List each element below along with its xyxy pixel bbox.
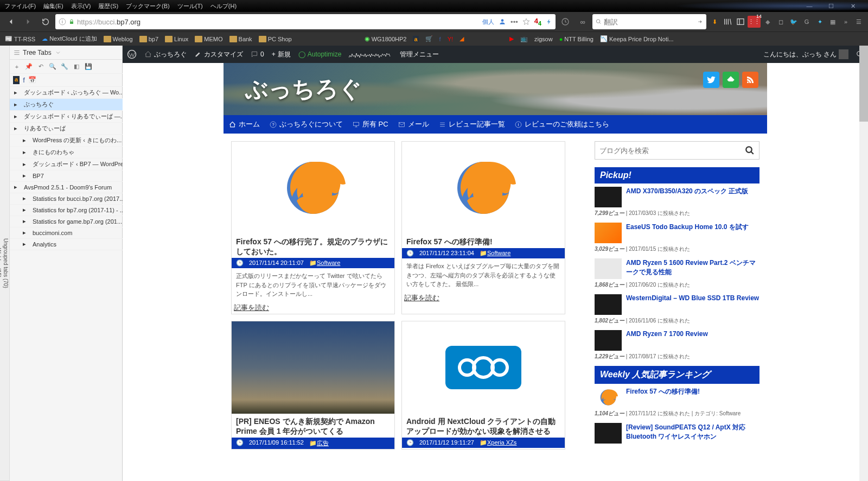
vtab-weblog[interactable]: Weblog (15) — [0, 46, 2, 481]
tree-tab-item[interactable]: ▸ダッシュボード ‹ ぶっちろぐ — Wo... — [10, 87, 132, 99]
feedly-link[interactable] — [723, 72, 739, 88]
tt-save[interactable]: 💾 — [84, 62, 93, 72]
wp-new[interactable]: +新規 — [272, 50, 291, 59]
bookmark-linux-folder[interactable]: Linux — [162, 35, 191, 43]
history-clock-button[interactable] — [558, 14, 573, 29]
ext-ublock-icon[interactable]: ◆ — [762, 16, 774, 28]
tt-sidebar[interactable]: ◧ — [72, 62, 81, 72]
back-button[interactable] — [3, 14, 18, 29]
nav-pc[interactable]: 所有 PC — [353, 119, 388, 129]
article-category[interactable]: Xperia XZs — [487, 439, 516, 446]
bookmark-zigsow[interactable]: zigsow — [532, 35, 556, 43]
bookmark-nttbilling[interactable]: ●NTT Billing — [557, 35, 596, 43]
menu-file[interactable]: ファイル(F) — [4, 2, 36, 10]
chevron-down-icon[interactable] — [55, 49, 61, 56]
wp-greeting[interactable]: こんにちは、ぶっち さん — [763, 49, 848, 59]
menu-help[interactable]: ヘルプ(H) — [210, 2, 237, 10]
scrollbar-thumb[interactable] — [859, 46, 868, 122]
pinned-facebook[interactable]: f — [23, 76, 25, 84]
twitter-link[interactable] — [703, 72, 719, 88]
tree-tab-item[interactable]: ▸buccimoni.com — [10, 227, 132, 239]
tree-tab-item[interactable]: ▸きにものわちゃ — [10, 147, 132, 159]
nav-mail[interactable]: メール — [398, 119, 429, 129]
pickup-item[interactable]: AMD Ryzen 7 1700 Review — [595, 330, 760, 351]
tt-tools[interactable]: 🔧 — [60, 62, 69, 72]
search-go-icon[interactable] — [697, 18, 703, 26]
bookmark-bp7-folder[interactable]: bp7 — [137, 35, 161, 43]
search-icon[interactable] — [745, 145, 755, 155]
ext-generic1-icon[interactable]: ◻ — [775, 16, 787, 28]
menu-tools[interactable]: ツール(T) — [177, 2, 203, 10]
nav-about[interactable]: ?ぶっちろぐについて — [270, 119, 343, 129]
tt-pin[interactable]: 📌 — [24, 62, 34, 72]
tree-tab-item[interactable]: ▸りあるでぃーば — [10, 123, 132, 135]
article-card[interactable]: Firefox 57 への移行準備!🕒2017/11/12 23:11:04📁S… — [401, 141, 565, 314]
article-category[interactable]: Software — [317, 260, 340, 266]
pickup-item[interactable]: AMD Ryzen 5 1600 Review Part.2 ベンチマークで見る… — [595, 258, 760, 279]
sidebar-icon[interactable] — [735, 16, 746, 28]
ext-twitter-icon[interactable]: 🐦 — [788, 16, 800, 28]
tt-search[interactable]: 🔍 — [48, 62, 58, 72]
wp-logo[interactable] — [127, 49, 137, 59]
pickup-item[interactable]: WesternDigital – WD Blue SSD 1TB Review — [595, 294, 760, 315]
url-bar[interactable]: i https:// bucci. bp7.org 個人 ••• 44 — [55, 14, 556, 29]
person-icon[interactable] — [499, 18, 506, 26]
window-minimize-button[interactable]: — — [799, 0, 820, 12]
bookmark-memo-folder[interactable]: MEMO — [192, 35, 225, 43]
star-icon[interactable] — [522, 18, 530, 26]
bookmark-facebook[interactable]: f — [437, 35, 444, 43]
bookmark-keepa[interactable]: 📉Keepa Price Drop Noti... — [597, 34, 676, 43]
nav-infinity-button[interactable]: ∞ — [575, 14, 590, 29]
article-card[interactable]: [PR] ENEOS でんき新規契約で Amazon Prime 会員 1 年分… — [231, 321, 395, 450]
bookmark-red[interactable]: ◢ — [457, 34, 467, 43]
tree-tab-item[interactable]: ▸AvsPmod 2.5.1 - Doom9's Forum — [10, 182, 132, 193]
article-category[interactable]: Software — [487, 250, 510, 256]
bookmark-amazon[interactable]: a — [410, 35, 421, 43]
ext-generic2-icon[interactable]: ✦ — [814, 16, 826, 28]
bookmark-niconico[interactable]: 📺 — [518, 34, 531, 43]
tree-tab-item[interactable]: ▸BP7 — [10, 170, 132, 182]
tree-tab-item[interactable]: ▸WordPress の更新 ‹ きにものわ... — [10, 135, 132, 147]
menu-history[interactable]: 履歴(S) — [98, 2, 118, 10]
bookmark-wg1800[interactable]: ◉WG1800HP2 — [362, 34, 410, 43]
tree-tab-item[interactable]: ▸ダッシュボード ‹ BP7 — WordPress — [10, 159, 132, 170]
pickup-item[interactable]: [Review] SoundPEATS Q12 / AptX 対応 Blueto… — [595, 423, 760, 444]
wp-comments[interactable]: 0 — [251, 50, 264, 58]
overflow-icon[interactable]: » — [840, 16, 852, 28]
tree-tab-item[interactable]: ▸Statistics for game.bp7.org (201... — [10, 216, 132, 227]
window-close-button[interactable]: ✕ — [842, 0, 864, 12]
library-icon[interactable] — [722, 16, 733, 28]
tree-tab-item[interactable]: ▸ダッシュボード ‹ りあるでぃーば —... — [10, 111, 132, 123]
tree-tab-item[interactable]: ▸ぶっちろぐ — [10, 99, 132, 111]
pickup-item[interactable]: Firefox 57 への移行準備! — [595, 387, 760, 408]
article-card[interactable]: Android 用 NextCloud クライアントの自動アップロードが効かない… — [401, 321, 565, 450]
vtab-ungrouped[interactable]: Ungrouped tabs (70) — [2, 46, 9, 481]
nav-home[interactable]: ホーム — [229, 119, 260, 129]
wp-admin-menu[interactable]: 管理メニュー — [400, 50, 439, 59]
viewport-scrollbar[interactable] — [859, 46, 868, 481]
blog-search-input[interactable] — [599, 147, 745, 155]
menu-view[interactable]: 表示(V) — [71, 2, 91, 10]
ext-download-icon[interactable]: ⬇ — [709, 16, 720, 28]
read-more-link[interactable]: 記事を読む — [402, 292, 565, 304]
menu-bookmarks[interactable]: ブックマーク(B) — [126, 2, 170, 10]
tree-tab-item[interactable]: ▸Statistics for bp7.org (2017-11) - ... — [10, 205, 132, 216]
read-more-link[interactable]: 記事を読む — [232, 302, 394, 314]
ext-google-icon[interactable]: G — [801, 16, 813, 28]
pinned-calendar[interactable]: 📅 — [28, 76, 36, 84]
bolt-icon[interactable] — [546, 18, 552, 26]
window-maximize-button[interactable]: ☐ — [820, 0, 842, 12]
ext-red-badge[interactable]: ⋮⋮14 — [748, 16, 761, 28]
rss-link[interactable] — [742, 72, 758, 88]
bookmark-nextcloud[interactable]: ☁NextCloud に追加 — [39, 34, 99, 44]
reload-button[interactable] — [38, 14, 53, 29]
bookmark-yahoo[interactable]: Y! — [445, 35, 456, 43]
tree-tab-item[interactable]: ▸Statistics for bucci.bp7.org (2017... — [10, 193, 132, 205]
ext-generic3-icon[interactable]: ▦ — [827, 16, 839, 28]
site-title[interactable]: ぶっちろぐ — [245, 74, 362, 104]
nav-reviews[interactable]: レビュー記事一覧 — [439, 119, 505, 129]
tree-tab-item[interactable]: ▸Analytics — [10, 239, 132, 250]
tt-undo[interactable]: ↶ — [36, 62, 46, 72]
bookmark-pcshop-folder[interactable]: PC Shop — [256, 35, 295, 43]
forward-button[interactable] — [21, 14, 36, 29]
